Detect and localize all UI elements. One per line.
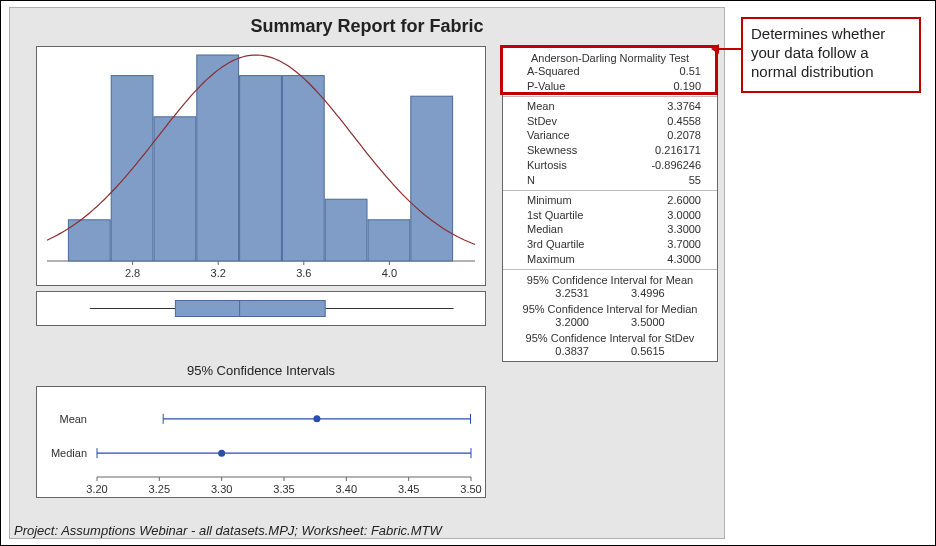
mean-value: 3.3764: [641, 99, 711, 114]
n-value: 55: [641, 173, 711, 188]
ad-test-title: Anderson-Darling Normality Test: [509, 49, 711, 64]
max-label: Maximum: [509, 252, 575, 267]
min-value: 2.6000: [641, 193, 711, 208]
ci-stdev-label: 95% Confidence Interval for StDev: [509, 330, 711, 344]
mean-label: Mean: [509, 99, 555, 114]
svg-rect-3: [154, 117, 196, 261]
outer-frame: Summary Report for Fabric 2.83.23.64.0 9…: [0, 0, 936, 546]
svg-point-31: [218, 450, 225, 457]
variance-label: Variance: [509, 128, 570, 143]
svg-rect-1: [68, 220, 110, 261]
q1-value: 3.0000: [641, 208, 711, 223]
q3-value: 3.7000: [641, 237, 711, 252]
svg-rect-6: [282, 76, 324, 261]
svg-text:4.0: 4.0: [382, 267, 397, 279]
svg-text:3.50: 3.50: [460, 483, 481, 495]
q3-label: 3rd Quartile: [509, 237, 584, 252]
a-squared-label: A-Squared: [509, 64, 580, 79]
svg-rect-9: [411, 96, 453, 261]
median-label: Median: [509, 222, 563, 237]
svg-text:3.20: 3.20: [86, 483, 107, 495]
stdev-label: StDev: [509, 114, 557, 129]
svg-text:2.8: 2.8: [125, 267, 140, 279]
ci-median-hi: 3.5000: [631, 315, 665, 330]
median-value: 3.3000: [641, 222, 711, 237]
svg-rect-7: [325, 199, 367, 261]
stdev-value: 0.4558: [641, 114, 711, 129]
report-panel: Summary Report for Fabric 2.83.23.64.0 9…: [9, 7, 725, 539]
variance-value: 0.2078: [641, 128, 711, 143]
n-label: N: [509, 173, 535, 188]
svg-text:3.25: 3.25: [149, 483, 170, 495]
svg-text:3.35: 3.35: [273, 483, 294, 495]
histogram-chart: 2.83.23.64.0: [36, 46, 486, 286]
report-title: Summary Report for Fabric: [10, 16, 724, 37]
svg-rect-20: [175, 301, 325, 317]
ci-plot: MeanMedian3.203.253.303.353.403.453.50: [36, 386, 486, 498]
ci-stdev-hi: 0.5615: [631, 344, 665, 359]
skewness-label: Skewness: [509, 143, 577, 158]
kurtosis-label: Kurtosis: [509, 158, 567, 173]
svg-text:3.6: 3.6: [296, 267, 311, 279]
ci-stdev-lo: 0.3837: [555, 344, 589, 359]
svg-rect-4: [197, 55, 239, 261]
ci-median-lo: 3.2000: [555, 315, 589, 330]
svg-rect-8: [368, 220, 410, 261]
svg-text:3.30: 3.30: [211, 483, 232, 495]
svg-text:3.40: 3.40: [336, 483, 357, 495]
max-value: 4.3000: [641, 252, 711, 267]
ci-mean-hi: 3.4996: [631, 286, 665, 301]
callout-box: Determines whether your data follow a no…: [741, 17, 921, 93]
svg-rect-5: [240, 76, 282, 261]
a-squared-value: 0.51: [641, 64, 711, 79]
svg-text:Mean: Mean: [59, 413, 87, 425]
kurtosis-value: -0.896246: [641, 158, 711, 173]
p-value-label: P-Value: [509, 79, 565, 94]
min-label: Minimum: [509, 193, 572, 208]
svg-text:Median: Median: [51, 447, 87, 459]
svg-text:3.2: 3.2: [211, 267, 226, 279]
svg-text:3.45: 3.45: [398, 483, 419, 495]
svg-point-26: [313, 415, 320, 422]
callout-arrow-icon: [717, 48, 741, 50]
ci-plot-title: 95% Confidence Intervals: [36, 363, 486, 378]
stats-panel: Anderson-Darling Normality Test A-Square…: [502, 46, 718, 362]
p-value: 0.190: [641, 79, 711, 94]
q1-label: 1st Quartile: [509, 208, 583, 223]
skewness-value: 0.216171: [641, 143, 711, 158]
boxplot-chart: [36, 291, 486, 326]
ci-median-label: 95% Confidence Interval for Median: [509, 301, 711, 315]
ci-mean-lo: 3.2531: [555, 286, 589, 301]
footer-source: Project: Assumptions Webinar - all datas…: [14, 523, 442, 538]
ci-mean-label: 95% Confidence Interval for Mean: [509, 272, 711, 286]
